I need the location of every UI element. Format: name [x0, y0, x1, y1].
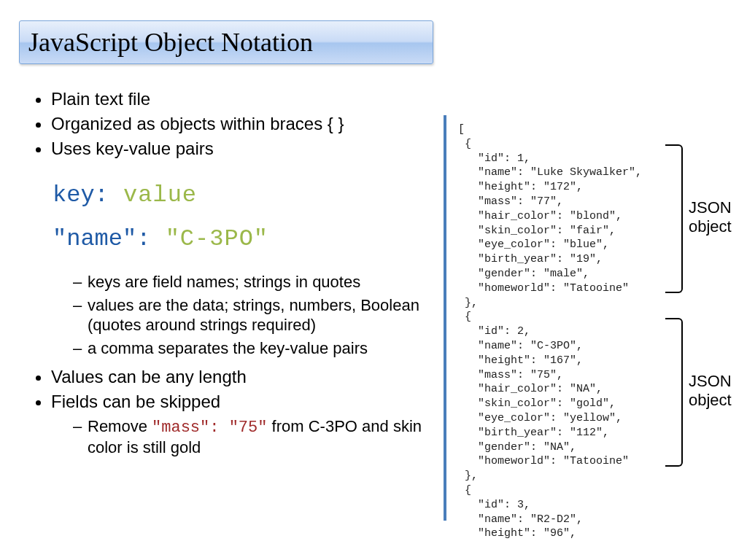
sub-bullet-item: keys are field names; strings in quotes [73, 272, 434, 292]
text: Remove [88, 417, 152, 435]
key-value-example: key: value "name": "C-3PO" [53, 174, 434, 262]
example-value: "C-3PO" [150, 225, 268, 252]
sub-bullet-item: Remove "mass": "75" from C-3PO and skin … [73, 416, 434, 458]
brace-icon [665, 144, 683, 293]
slide: JavaScript Object Notation Plain text fi… [0, 0, 747, 560]
vertical-separator [444, 115, 446, 521]
brace-icon [665, 318, 683, 467]
sub-bullet-item: values are the data; strings, numbers, B… [73, 295, 434, 335]
brace-label: JSON object [689, 372, 747, 411]
slide-title-box: JavaScript Object Notation [19, 20, 433, 64]
content-column: Plain text file Organized as objects wit… [29, 88, 434, 465]
brace-label: JSON object [689, 198, 747, 237]
example-key: key: [53, 182, 109, 209]
example-value: value [109, 182, 197, 209]
bullet-item: Organized as objects within braces { } [51, 112, 434, 135]
bullet-item: Fields can be skipped [51, 390, 434, 413]
sub-bullet-list: Remove "mass": "75" from C-3PO and skin … [29, 416, 434, 458]
example-key: "name": [53, 225, 150, 252]
bullet-list: Values can be any length Fields can be s… [29, 365, 434, 413]
inline-code: "mass": "75" [152, 419, 267, 437]
sub-bullet-list: keys are field names; strings in quotes … [29, 272, 434, 358]
slide-title: JavaScript Object Notation [28, 27, 313, 58]
sub-bullet-item: a comma separates the key-value pairs [73, 338, 434, 359]
bullet-item: Uses key-value pairs [51, 137, 434, 160]
json-code-block: [ { "id": 1, "name": "Luke Skywalker", "… [458, 122, 662, 541]
bullet-item: Plain text file [51, 88, 434, 110]
bullet-list: Plain text file Organized as objects wit… [29, 88, 434, 160]
bullet-item: Values can be any length [51, 365, 434, 388]
